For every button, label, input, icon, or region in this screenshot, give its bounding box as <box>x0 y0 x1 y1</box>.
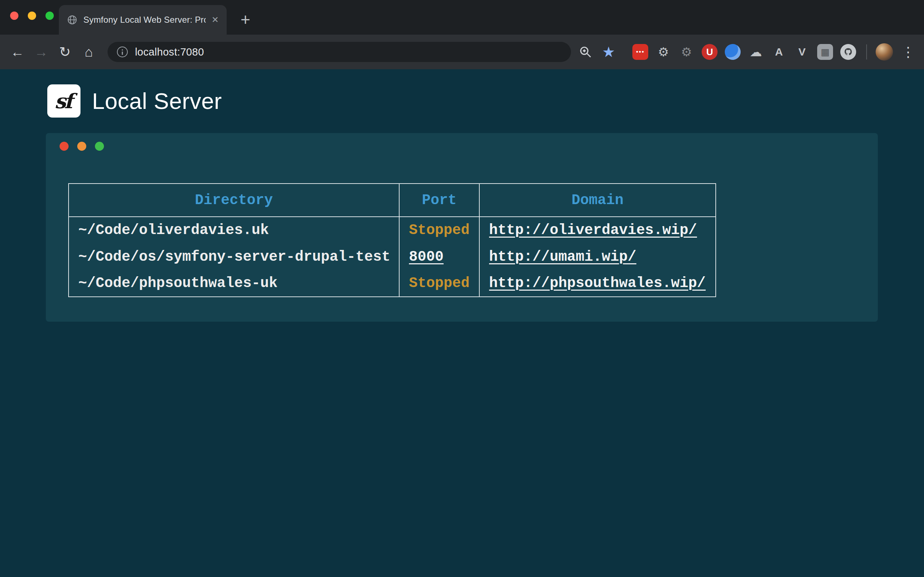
domain-column-header: Domain <box>479 184 716 217</box>
back-icon[interactable]: ← <box>7 42 27 62</box>
table-row: ~/Code/oliverdavies.uk Stopped http://ol… <box>69 217 716 243</box>
grid-badge-extension-icon[interactable]: ▦ <box>817 44 833 60</box>
octocat-extension-icon[interactable] <box>840 44 856 60</box>
window-minimize-button[interactable] <box>28 11 36 20</box>
page-title: Local Server <box>92 88 222 114</box>
symfony-proxy-page: sf Local Server Directory Port Domain <box>0 69 924 577</box>
forward-icon[interactable]: → <box>31 42 51 62</box>
globe-favicon-icon <box>67 15 78 25</box>
port-column-header: Port <box>399 184 479 217</box>
panel-orange-dot <box>77 142 86 151</box>
directory-cell: ~/Code/oliverdavies.uk <box>69 217 399 243</box>
directory-column-header: Directory <box>69 184 399 217</box>
gear-dark-extension-icon[interactable]: ⚙ <box>678 44 695 60</box>
directory-cell: ~/Code/os/symfony-server-drupal-test <box>69 243 399 270</box>
brand-header: sf Local Server <box>47 84 222 118</box>
red-dots-extension-icon[interactable]: ••• <box>632 44 648 60</box>
window-close-button[interactable] <box>10 11 18 20</box>
window-zoom-button[interactable] <box>45 11 54 20</box>
traffic-lights <box>10 11 54 20</box>
address-bar[interactable]: localhost:7080 <box>108 42 571 62</box>
home-icon[interactable]: ⌂ <box>79 42 99 62</box>
browser-tab[interactable]: Symfony Local Web Server: Prox ✕ <box>59 5 227 35</box>
cloud-extension-icon[interactable]: ☁ <box>748 44 764 60</box>
zoom-icon[interactable] <box>577 43 594 61</box>
bookmark-star-icon[interactable]: ★ <box>600 43 617 61</box>
directory-cell: ~/Code/phpsouthwales-uk <box>69 270 399 297</box>
servers-table-wrap: Directory Port Domain ~/Code/oliverdavie… <box>68 183 716 297</box>
browser-toolbar: ← → ↻ ⌂ localhost:7080 ★ ••• ⚙ ⚙ U ☁ A V… <box>0 35 924 69</box>
table-header-row: Directory Port Domain <box>69 184 716 217</box>
server-panel: Directory Port Domain ~/Code/oliverdavie… <box>46 133 878 322</box>
ublock-extension-icon[interactable]: U <box>702 44 717 60</box>
panel-red-dot <box>60 142 69 151</box>
letter-v-extension-icon[interactable]: V <box>794 44 810 60</box>
domain-link[interactable]: http://umami.wip/ <box>489 249 636 265</box>
symfony-logo: sf <box>47 84 81 118</box>
site-info-icon[interactable] <box>117 47 128 57</box>
table-row: ~/Code/phpsouthwales-uk Stopped http://p… <box>69 270 716 297</box>
port-status: Stopped <box>409 275 470 292</box>
reload-icon[interactable]: ↻ <box>55 42 75 62</box>
port-link[interactable]: 8000 <box>409 249 444 265</box>
servers-table: Directory Port Domain ~/Code/oliverdavie… <box>68 183 716 297</box>
browser-menu-icon[interactable]: ⋮ <box>901 44 915 60</box>
panel-window-dots <box>60 142 104 151</box>
domain-link[interactable]: http://oliverdavies.wip/ <box>489 222 697 239</box>
domain-link[interactable]: http://phpsouthwales.wip/ <box>489 275 706 292</box>
tab-close-icon[interactable]: ✕ <box>212 15 219 25</box>
tab-strip: Symfony Local Web Server: Prox ✕ + <box>0 0 924 35</box>
extensions-area: ••• ⚙ ⚙ U ☁ A V ▦ <box>632 44 856 60</box>
gear-light-extension-icon[interactable]: ⚙ <box>656 44 671 60</box>
profile-avatar[interactable] <box>876 43 893 61</box>
blue-circle-extension-icon[interactable] <box>725 44 741 60</box>
panel-green-dot <box>95 142 104 151</box>
letter-a-extension-icon[interactable]: A <box>771 44 787 60</box>
new-tab-button[interactable]: + <box>234 9 256 30</box>
url-text[interactable]: localhost:7080 <box>135 46 204 58</box>
toolbar-separator <box>866 44 867 60</box>
tab-title: Symfony Local Web Server: Prox <box>83 15 206 25</box>
port-status: Stopped <box>409 222 470 239</box>
table-row: ~/Code/os/symfony-server-drupal-test 800… <box>69 243 716 270</box>
